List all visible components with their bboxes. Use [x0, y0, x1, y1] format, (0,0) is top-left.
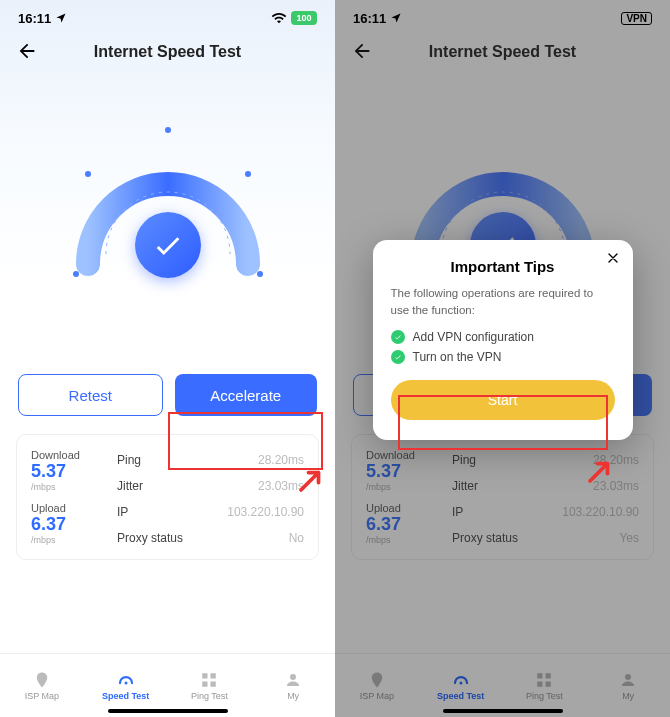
modal-item-turn-on-vpn: Turn on the VPN: [391, 350, 615, 364]
page-title: Internet Speed Test: [94, 43, 241, 61]
svg-point-10: [290, 674, 296, 680]
ip-row: IP103.220.10.90: [117, 505, 304, 519]
svg-point-0: [73, 271, 79, 277]
svg-point-1: [257, 271, 263, 277]
important-tips-modal: Important Tips The following operations …: [373, 240, 633, 440]
svg-point-3: [245, 171, 251, 177]
svg-point-5: [124, 681, 127, 684]
speed-gauge: [0, 74, 335, 314]
action-buttons: Retest Accelerate: [0, 374, 335, 416]
tab-bar: ISP Map Speed Test Ping Test My: [0, 653, 335, 717]
location-icon: [55, 12, 67, 24]
svg-point-4: [165, 127, 171, 133]
svg-rect-8: [203, 681, 208, 686]
retest-button[interactable]: Retest: [18, 374, 163, 416]
jitter-row: Jitter23.03ms: [117, 479, 304, 493]
tab-my[interactable]: My: [251, 654, 335, 717]
close-icon[interactable]: [605, 250, 621, 270]
status-bar: 16:11 100: [0, 0, 335, 30]
results-card: Download 5.37 /mbps Upload 6.37 /mbps Pi…: [16, 434, 319, 560]
tab-isp-map[interactable]: ISP Map: [0, 654, 84, 717]
home-indicator[interactable]: [108, 709, 228, 713]
battery-icon: 100: [291, 11, 317, 25]
phone-right: 16:11 VPN Internet Speed Test Retest: [335, 0, 670, 717]
svg-point-2: [85, 171, 91, 177]
modal-description: The following operations are required to…: [391, 285, 615, 320]
phone-left: 16:11 100 Internet Speed Test: [0, 0, 335, 717]
accelerate-button[interactable]: Accelerate: [175, 374, 318, 416]
back-button[interactable]: [16, 40, 38, 62]
tab-speed-test[interactable]: Speed Test: [84, 654, 168, 717]
wifi-icon: [271, 12, 287, 24]
modal-item-vpn-config: Add VPN configuration: [391, 330, 615, 344]
modal-title: Important Tips: [391, 258, 615, 275]
proxy-row: Proxy statusNo: [117, 531, 304, 545]
app-header: Internet Speed Test: [0, 30, 335, 74]
svg-rect-7: [211, 673, 216, 678]
status-time: 16:11: [18, 11, 51, 26]
check-icon: [391, 350, 405, 364]
check-icon: [391, 330, 405, 344]
tab-ping-test[interactable]: Ping Test: [168, 654, 252, 717]
svg-rect-9: [211, 681, 216, 686]
svg-rect-6: [203, 673, 208, 678]
ping-row: Ping28.20ms: [117, 453, 304, 467]
start-button[interactable]: Start: [391, 380, 615, 420]
download-stat: Download 5.37 /mbps: [31, 449, 109, 492]
test-complete-icon: [135, 212, 201, 278]
upload-stat: Upload 6.37 /mbps: [31, 502, 109, 545]
